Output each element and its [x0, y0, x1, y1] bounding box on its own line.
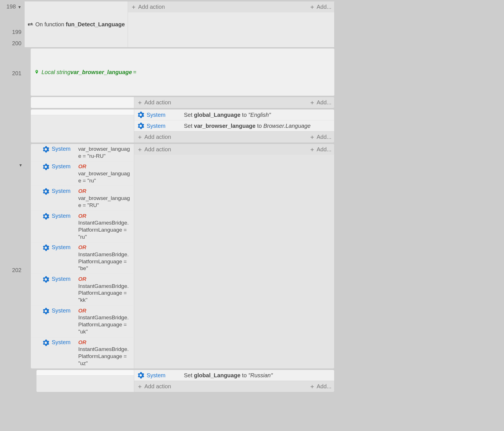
condition-cell[interactable] — [31, 109, 134, 143]
gear-icon — [137, 122, 144, 130]
system-object[interactable]: System — [52, 213, 74, 219]
line-number: 202 — [12, 267, 21, 273]
event-row[interactable]: System Set global_Language to "English" … — [31, 109, 334, 143]
condition-item[interactable]: SystemORInstantGamesBridge.PlatformLangu… — [31, 211, 134, 242]
add-action-button[interactable]: Add action — [144, 146, 171, 153]
condition-cell[interactable]: Systemvar_browser_language = "ru-RU"Syst… — [31, 144, 134, 368]
gear-icon — [42, 244, 49, 251]
add-action-button[interactable]: Add action — [144, 99, 171, 106]
gear-icon — [42, 163, 49, 171]
add-button[interactable]: Add... — [317, 134, 331, 140]
condition-text: ORInstantGamesBridge.PlatformLanguage = … — [78, 244, 132, 272]
action-line[interactable]: System Set global_Language to "English" — [134, 109, 334, 120]
system-object[interactable]: System — [147, 123, 181, 129]
condition-item[interactable]: SystemORvar_browser_language = "ru" — [31, 161, 134, 186]
action-bar[interactable]: ＋ Add action ＋ Add... — [134, 97, 334, 108]
plus-icon: ＋ — [309, 383, 315, 390]
condition-text: ORInstantGamesBridge.PlatformLanguage = … — [78, 213, 132, 241]
system-object[interactable]: System — [52, 307, 74, 314]
system-object[interactable]: System — [147, 372, 181, 379]
action-bar[interactable]: ＋ Add action ＋ Add... — [134, 144, 334, 155]
event-row[interactable]: Systemvar_browser_language = "ru-RU"Syst… — [31, 144, 334, 369]
event-sheet: On function fun_Detect_Language ＋ Add ac… — [24, 1, 334, 393]
gear-icon — [42, 276, 49, 283]
local-variable[interactable]: Local string var_browser_language = — [31, 48, 334, 96]
line-number: 198▼ — [6, 3, 21, 10]
gear-icon — [137, 372, 144, 379]
event-row[interactable]: On function fun_Detect_Language ＋ Add ac… — [24, 1, 334, 48]
gear-icon — [42, 213, 49, 220]
add-button[interactable]: Add... — [317, 99, 331, 106]
condition-text: ORInstantGamesBridge.PlatformLanguage = … — [78, 276, 132, 304]
event-row[interactable]: ＋ Add action ＋ Add... — [31, 97, 334, 108]
action-line[interactable]: System Set global_Language to "Russian" — [134, 370, 334, 381]
line-number: 201 — [12, 70, 21, 77]
condition-item[interactable]: SystemORInstantGamesBridge.PlatformLangu… — [31, 305, 134, 337]
action-bar[interactable]: ＋ Add action ＋ Add... — [134, 381, 334, 392]
plus-icon: ＋ — [137, 383, 143, 390]
expand-icon[interactable]: ▼ — [19, 163, 23, 167]
plus-icon: ＋ — [137, 133, 143, 141]
condition-text: ORInstantGamesBridge.PlatformLanguage = … — [78, 307, 132, 335]
action-bar[interactable]: ＋ Add action ＋ Add... — [134, 131, 334, 143]
plus-icon: ＋ — [137, 146, 143, 153]
action-text: Set global_Language to "Russian" — [184, 372, 273, 379]
add-action-button[interactable]: Add action — [144, 134, 171, 140]
condition-item[interactable]: SystemORInstantGamesBridge.PlatformLangu… — [31, 337, 134, 369]
pin-icon — [34, 51, 39, 93]
line-number: 200 — [12, 40, 21, 47]
system-object[interactable]: System — [52, 163, 74, 170]
loop-icon — [27, 3, 34, 46]
plus-icon: ＋ — [309, 146, 315, 153]
action-text: Set global_Language to "English" — [184, 112, 271, 118]
add-button[interactable]: Add... — [317, 146, 331, 153]
action-text: Set var_browser_language to Browser.Lang… — [184, 123, 310, 129]
line-number: 199 — [12, 29, 21, 35]
system-object[interactable]: System — [52, 276, 74, 282]
action-line[interactable]: System Set var_browser_language to Brows… — [134, 120, 334, 131]
condition-item[interactable]: SystemORInstantGamesBridge.PlatformLangu… — [31, 242, 134, 274]
plus-icon: ＋ — [309, 3, 315, 11]
plus-icon: ＋ — [309, 133, 315, 141]
system-object[interactable]: System — [52, 244, 74, 251]
condition-cell[interactable] — [31, 97, 134, 108]
gear-icon — [137, 111, 144, 118]
condition-item[interactable]: SystemORInstantGamesBridge.PlatformLangu… — [31, 274, 134, 305]
add-action-button[interactable]: Add action — [144, 383, 171, 390]
condition-item[interactable]: SystemORvar_browser_language = "RU" — [31, 186, 134, 210]
add-action-button[interactable]: Add action — [138, 4, 165, 10]
system-object[interactable]: System — [52, 339, 74, 346]
add-button[interactable]: Add... — [317, 4, 331, 10]
system-object[interactable]: System — [147, 112, 181, 118]
system-object[interactable]: System — [52, 146, 74, 152]
plus-icon: ＋ — [131, 3, 136, 11]
gear-icon — [42, 339, 49, 346]
condition-text: ORInstantGamesBridge.PlatformLanguage = … — [78, 339, 132, 367]
line-gutter: 198▼ 199 200 201 ▼ 202 — [0, 1, 24, 393]
action-bar[interactable]: ＋ Add action ＋ Add... — [128, 1, 334, 12]
condition-text: var_browser_language = "ru-RU" — [78, 146, 132, 160]
plus-icon: ＋ — [309, 99, 315, 106]
condition-cell[interactable]: On function fun_Detect_Language — [25, 1, 128, 47]
function-trigger: On function fun_Detect_Language — [35, 21, 125, 28]
local-var-eq: = — [133, 69, 136, 76]
condition-cell[interactable] — [36, 370, 134, 392]
system-object[interactable]: System — [52, 188, 74, 194]
event-row[interactable]: System Set global_Language to "Russian" … — [36, 370, 334, 392]
condition-text: ORvar_browser_language = "RU" — [78, 188, 132, 209]
gear-icon — [42, 307, 49, 315]
collapse-icon[interactable]: ▼ — [18, 5, 21, 9]
local-var-type: Local string — [42, 69, 70, 76]
local-var-name: var_browser_language — [70, 69, 132, 76]
add-button[interactable]: Add... — [317, 383, 331, 390]
plus-icon: ＋ — [137, 99, 143, 106]
condition-text: ORvar_browser_language = "ru" — [78, 163, 132, 184]
gear-icon — [42, 188, 49, 195]
condition-item[interactable]: Systemvar_browser_language = "ru-RU" — [31, 144, 134, 161]
gear-icon — [42, 146, 49, 153]
